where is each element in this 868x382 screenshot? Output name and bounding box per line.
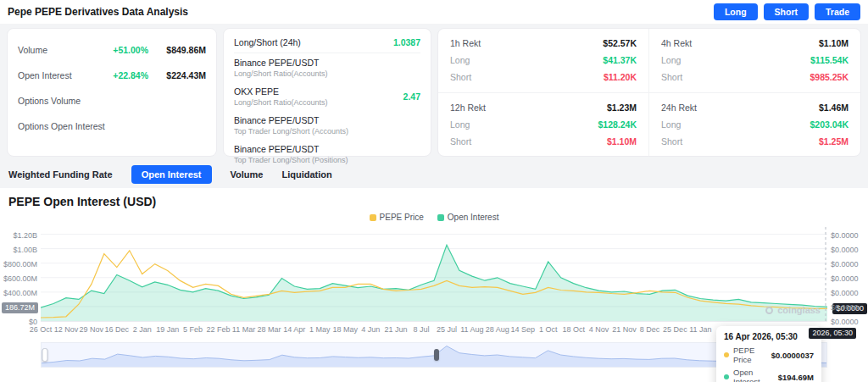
x-axis-label: 19 Jan <box>156 325 179 334</box>
ratio-row-binance-top-positions: Binance PEPE/USDT Top Trader Long/Short … <box>234 140 420 169</box>
ratio-value: 2.47 <box>403 91 420 102</box>
legend-label: PEPE Price <box>380 213 424 222</box>
x-axis-label: 11 Aug <box>460 325 483 334</box>
ratio-row-binance-accounts: Binance PEPE/USDT Long/Short Ratio(Accou… <box>234 53 420 82</box>
rekt-long-value: $128.24K <box>598 119 637 130</box>
tooltip-value: $194.69M <box>778 373 814 382</box>
tooltip-row-price: PEPE Price $0.0000037 <box>724 346 814 364</box>
legend-label: Open Interest <box>448 213 499 222</box>
rekt-short-label: Short <box>661 136 682 147</box>
stat-value: $224.43M <box>157 70 206 80</box>
rekt-title: 4h Rekt <box>661 38 692 48</box>
y-axis-right-label: $0.0000 <box>831 274 866 283</box>
oi-dot-icon <box>724 374 729 379</box>
coinglass-logo-icon <box>765 307 773 314</box>
ratio-label: OKX PEPE <box>234 86 328 97</box>
watermark-text: coinglass <box>777 305 821 315</box>
ratio-row-24h: Long/Short (24h) 1.0387 <box>234 35 420 53</box>
y-axis-left-label: $1.00B <box>2 246 37 254</box>
legend-swatch-price <box>370 214 376 221</box>
x-axis-label: 21 Nov <box>612 325 637 334</box>
rekt-short-label: Short <box>661 72 682 82</box>
y-axis-right-label: $0.0000 <box>831 246 866 254</box>
stat-row-options-volume: Options Volume <box>18 88 206 113</box>
x-axis-label: 1 May <box>309 325 331 334</box>
legend-item-pepe-price[interactable]: PEPE Price <box>370 213 424 222</box>
stats-cards-row: Volume +51.00% $849.86M Open Interest +2… <box>7 28 861 157</box>
legend-item-open-interest[interactable]: Open Interest <box>437 213 499 222</box>
tab-volume[interactable]: Volume <box>231 169 264 180</box>
ratio-row-binance-top-accounts: Binance PEPE/USDT Top Trader Long/Short … <box>234 111 420 140</box>
x-axis-label: 29 Nov <box>80 325 104 334</box>
chart-title: PEPE Open Interest (USD) <box>8 195 868 208</box>
tooltip-date: 16 Apr 2026, 05:30 <box>724 332 814 341</box>
rekt-short-label: Short <box>450 72 471 82</box>
rekt-total: $1.23M <box>607 102 637 113</box>
ratio-label: Binance PEPE/USDT <box>234 58 328 68</box>
tab-weighted-funding-rate[interactable]: Weighted Funding Rate <box>8 169 113 180</box>
tooltip-label: Open Interest <box>733 368 778 382</box>
x-axis-label: 16 Dec <box>105 325 130 334</box>
liquidation-rekt-card: 1h Rekt$52.57K Long$41.37K Short$11.20K … <box>437 28 861 157</box>
rekt-total: $1.46M <box>819 102 849 113</box>
rekt-cell-12h: 12h Rekt$1.23M Long$128.24K Short$1.10M <box>438 93 649 157</box>
x-axis-label: 18 May <box>332 325 358 334</box>
stat-label: Options Open Interest <box>18 121 148 131</box>
x-axis-label: 25 Jul <box>437 325 457 334</box>
tooltip-row-oi: Open Interest $194.69M <box>724 368 814 382</box>
rekt-title: 1h Rekt <box>450 38 481 48</box>
rekt-total: $1.10M <box>819 38 849 48</box>
ratio-sublabel: Top Trader Long/Short (Accounts) <box>234 127 348 136</box>
ratio-sublabel: Long/Short Ratio(Accounts) <box>234 98 328 107</box>
y-axis-right-label: $0.0000 <box>831 260 866 269</box>
x-axis-label: 8 Dec <box>640 325 660 334</box>
coinglass-watermark: coinglass <box>765 305 821 315</box>
rekt-title: 12h Rekt <box>450 102 486 113</box>
plot-area[interactable]: 186.72M $0.0000 $1.20B$1.00B$800.00M$600… <box>41 227 827 322</box>
tab-liquidation[interactable]: Liquidation <box>281 169 331 180</box>
derivatives-analysis-page: Pepe PEPE Derivatives Data Analysis Long… <box>0 0 868 382</box>
chart-tabs: Weighted Funding Rate Open Interest Volu… <box>8 165 860 184</box>
header-buttons: Long Short Trade <box>708 3 860 20</box>
x-axis-label: 21 Jun <box>385 325 408 334</box>
stat-change: +51.00% <box>113 45 148 55</box>
navigator-center-handle[interactable] <box>434 349 439 361</box>
rekt-long-label: Long <box>450 119 470 130</box>
rekt-long-label: Long <box>450 55 470 65</box>
market-stats-card: Volume +51.00% $849.86M Open Interest +2… <box>7 28 217 157</box>
x-axis-label: 1 Oct <box>539 325 558 334</box>
rekt-short-value: $1.10M <box>607 136 637 147</box>
rekt-cell-24h: 24h Rekt$1.46M Long$203.04K Short$1.25M <box>649 93 860 157</box>
stat-label: Volume <box>18 45 113 55</box>
trade-button[interactable]: Trade <box>815 3 860 20</box>
rekt-short-value: $11.20K <box>604 72 637 82</box>
ratio-value: 1.0387 <box>393 37 420 47</box>
x-axis-label: 14 Apr <box>283 325 305 334</box>
short-button[interactable]: Short <box>764 3 809 20</box>
x-axis-label: 28 Mar <box>257 325 281 334</box>
y-axis-left-label: $400.00M <box>2 289 37 297</box>
x-axis-label: 8 Jul <box>414 325 430 334</box>
rekt-cell-4h: 4h Rekt$1.10M Long$115.54K Short$985.25K <box>649 29 860 93</box>
ratio-label: Long/Short (24h) <box>234 37 301 47</box>
y-axis-right-label: $0.0000 <box>831 231 866 240</box>
ratio-label: Binance PEPE/USDT <box>234 144 348 154</box>
ratio-sublabel: Top Trader Long/Short (Positions) <box>234 156 348 164</box>
price-dot-icon <box>724 352 729 357</box>
y-axis-right-label: $0.0000 <box>831 303 866 312</box>
rekt-long-value: $203.04K <box>810 119 849 130</box>
long-button[interactable]: Long <box>714 3 758 20</box>
navigator-left-handle[interactable] <box>42 348 48 362</box>
navigator-track[interactable] <box>41 342 827 368</box>
y-axis-right-label: $0.0000 <box>831 289 866 297</box>
rekt-short-value: $1.25M <box>819 136 849 147</box>
tab-open-interest[interactable]: Open Interest <box>131 165 212 184</box>
rekt-title: 24h Rekt <box>661 102 697 113</box>
rekt-cell-1h: 1h Rekt$52.57K Long$41.37K Short$11.20K <box>438 29 649 93</box>
x-axis-labels: 26 Oct12 Nov29 Nov16 Dec2 Jan19 Jan5 Feb… <box>41 325 827 335</box>
left-axis-current-badge: 186.72M <box>2 302 38 313</box>
x-axis-crosshair-badge: 2026, 05:30 <box>809 328 856 339</box>
rekt-short-value: $985.25K <box>810 72 849 82</box>
stat-change: +22.84% <box>113 70 148 80</box>
stat-row-open-interest: Open Interest +22.84% $224.43M <box>18 63 206 88</box>
